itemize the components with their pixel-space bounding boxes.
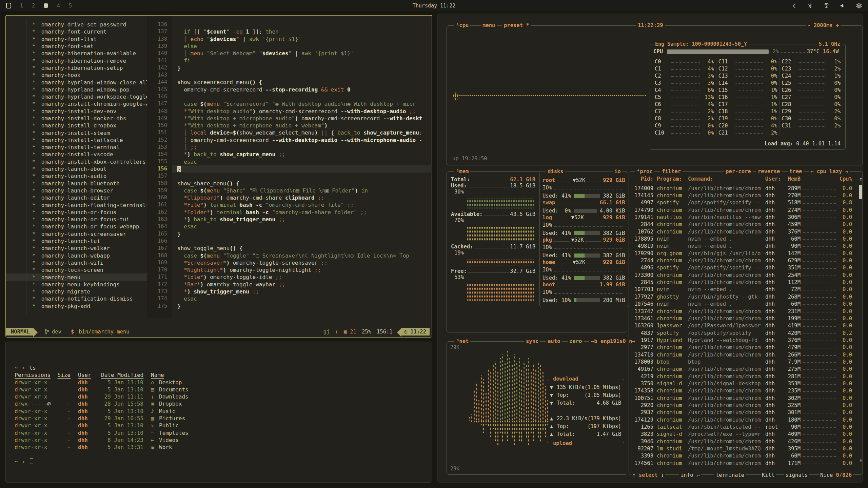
process-row[interactable]: 4896spotify/opt/spotify/spotify --dhh351…	[632, 264, 856, 271]
file-item[interactable]: *omarchy-install-docker-dbs	[6, 115, 147, 122]
col-command[interactable]: Command:	[688, 176, 765, 182]
process-row[interactable]: 179290org.gnom/usr/bin/gjs /usr/lib/odhh…	[632, 250, 856, 257]
filter-button[interactable]: filter	[660, 168, 683, 175]
code-line[interactable]: fi	[172, 57, 432, 64]
process-row[interactable]: 174790chromium/usr/lib/chromium/chromdhh…	[632, 206, 856, 214]
process-row[interactable]: 107703nvimnvim --embed .dhh72M0.0	[632, 286, 856, 293]
process-row[interactable]: 4837spotify/opt/spotify/spotifydhh420M0.…	[632, 329, 856, 337]
network-broadcast-icon[interactable]	[823, 3, 830, 8]
code-line[interactable]: *Clipboard*) omarchy-cmd-share clipboard…	[172, 194, 432, 201]
workspace-5[interactable]: 5	[69, 3, 72, 9]
code-line[interactable]: case $(menu "Toggle" "▢ Screensaver\n☾ N…	[172, 252, 432, 259]
file-item[interactable]: *omarchy-install-tailscale	[6, 137, 147, 144]
code-line[interactable]: *Bar*) omarchy-toggle-waybar ;;	[172, 281, 432, 288]
process-row[interactable]: 2932chromium/usr/lib/chromium/chromdhh30…	[632, 409, 856, 416]
process-row[interactable]: 179141nautilus/usr/bin/nautilus --newdhh…	[632, 214, 856, 221]
process-row[interactable]: 178003btopbtopdhh7.9M0.0	[632, 358, 856, 365]
file-item[interactable]: *omarchy-menu	[6, 273, 147, 281]
code-line[interactable]: else	[172, 43, 432, 50]
code-line[interactable]	[172, 238, 432, 245]
code-line[interactable]	[172, 72, 432, 79]
file-item[interactable]: *omarchy-launch-or-focus	[6, 209, 147, 216]
code-line[interactable]: │ omarchy-cmd-screenrecord --with-deskto…	[172, 137, 432, 144]
code-line[interactable]: *Idle*) omarchy-toggle-idle ;;	[172, 273, 432, 281]
file-item[interactable]: *omarchy-launch-wifi	[6, 259, 147, 266]
chevron-left-icon[interactable]	[792, 3, 797, 8]
file-item[interactable]: *omarchy-launch-about	[6, 165, 147, 172]
file-item[interactable]: *omarchy-hook	[6, 72, 147, 79]
process-row[interactable]: 3946chromium/usr/lib/chromium/chromdhh42…	[632, 438, 856, 445]
code-line[interactable]	[172, 21, 432, 28]
workspace-4[interactable]: 4	[57, 3, 60, 9]
process-row[interactable]: 2920chromium/usr/lib/chromium/chromdhh32…	[632, 402, 856, 409]
process-row[interactable]: 100751chromium/usr/lib/chromium/chromdhh…	[632, 394, 856, 402]
process-row[interactable]: 173461chromium/usr/lib/chromium/chromdhh…	[632, 315, 856, 322]
file-item[interactable]: *omarchy-install-steam	[6, 129, 147, 136]
nice-button[interactable]: Nice	[819, 472, 834, 478]
process-row[interactable]: 4219chromium/usr/lib/chromium/chromdhh28…	[632, 373, 856, 380]
process-row[interactable]: 92207lm-studi/tmp/.mount_lmstudw3AZQdhh3…	[632, 445, 856, 452]
code-line[interactable]: *Screensaver*) omarchy-toggle-screensave…	[172, 259, 432, 266]
process-row[interactable]: 4997spotify/opt/spotify/spotify --dhh518…	[632, 199, 856, 206]
code-line[interactable]: │ menu "Select Webcam" "$devices" | awk …	[172, 50, 432, 57]
auto-button[interactable]: auto	[546, 338, 562, 344]
process-row[interactable]: 173300chromium/usr/lib/chromium/chromdhh…	[632, 271, 856, 279]
file-item[interactable]: *omarchy-launch-tui	[6, 238, 147, 245]
process-row[interactable]: 173747chromium/usr/lib/chromium/chromdhh…	[632, 308, 856, 315]
process-row[interactable]: 107546nvimnvim --embed .dhh60M0.0	[632, 301, 856, 308]
file-item[interactable]: *omarchy-install-terminal	[6, 144, 147, 151]
file-item[interactable]: *omarchy-drive-set-password	[6, 21, 147, 28]
file-item[interactable]: *omarchy-font-list	[6, 36, 147, 43]
info-button[interactable]: info ↵	[679, 472, 701, 478]
disks-tab[interactable]: disks	[546, 168, 565, 175]
tree-button[interactable]: tree	[788, 168, 804, 175]
menu-button[interactable]: menu	[481, 22, 497, 28]
process-row[interactable]: 49819nvimnvim --embed .dhh90M0.0	[632, 243, 856, 250]
process-row[interactable]: 2845chromium/usr/lib/chromium/chromdhh11…	[632, 279, 856, 286]
col-user[interactable]: User:	[765, 176, 783, 182]
code-line[interactable]: if [[ "$count" -eq 1 ]]; then	[172, 28, 432, 35]
workspace-active[interactable]	[44, 3, 48, 8]
code-line[interactable]: esac	[172, 223, 432, 230]
file-item[interactable]: *omarchy-install-vscode	[6, 151, 147, 158]
process-row[interactable]: 49167chromium/usr/lib/chromium/chromdhh2…	[632, 366, 856, 373]
code-line[interactable]: *) back_to show_capture_menu ;;	[172, 151, 432, 158]
code-line[interactable]: *"With desktop + microphone audio + webc…	[172, 122, 432, 129]
file-item[interactable]: *omarchy-launch-bluetooth	[6, 180, 147, 187]
code-line[interactable]: }	[172, 230, 432, 238]
process-row[interactable]: 178895nvimnvim --embed .dhh60M0.0	[632, 235, 856, 242]
sort-direction-icon[interactable]: ↑	[859, 176, 863, 182]
code-line[interactable]: *Nightlight*) omarchy-toggle-nightlight …	[172, 266, 432, 273]
code-line[interactable]: *"With desktop audio") omarchy-cmd-scree…	[172, 108, 432, 115]
file-item[interactable]: *omarchy-font-set	[6, 43, 147, 50]
file-item[interactable]: *omarchy-notification-dismiss	[6, 295, 147, 302]
file-item[interactable]: *omarchy-hibernation-available	[6, 50, 147, 57]
file-item[interactable]: *omarchy-hyprland-window-close-all	[6, 79, 147, 86]
process-row[interactable]: 2844chromium/usr/lib/chromium/chromdhh45…	[632, 221, 856, 228]
process-row[interactable]: 177927ghostty/usr/bin/ghostty --gtk-dhh2…	[632, 293, 856, 300]
file-item[interactable]: *omarchy-launch-webapp	[6, 252, 147, 259]
kill-button[interactable]: Kill	[761, 472, 776, 478]
process-row[interactable]: 134710chromium/usr/lib/chromium/chromdhh…	[632, 351, 856, 358]
file-item[interactable]: *omarchy-install-dropbox	[6, 122, 147, 129]
process-row[interactable]: 1917HyprlandHyprland --watchdog-fddhh376…	[632, 337, 856, 344]
code-line[interactable]: *) back_to show_trigger_menu ;;	[172, 216, 432, 223]
cpu-tab[interactable]: ¹cpu	[454, 22, 470, 28]
file-item[interactable]: *omarchy-install-xbox-controllers	[6, 158, 147, 165]
code-line[interactable]: │ echo "$devices" | awk '{print $1}'	[172, 36, 432, 43]
process-row[interactable]: 3398chromium/usr/lib/chromium/chromdhh60…	[632, 452, 856, 460]
code-line[interactable]: }	[172, 165, 432, 172]
code-line[interactable]: show_toggle_menu() {	[172, 245, 432, 252]
terminate-button[interactable]: terminate	[714, 472, 746, 478]
code-line[interactable]: }	[172, 303, 432, 310]
code-line[interactable]: show_screenrecord_menu() {	[172, 79, 432, 86]
process-row[interactable]: 2977chromium/usr/lib/chromium/chromdhh47…	[632, 344, 856, 351]
file-item[interactable]: *omarchy-launch-floating-terminal-	[6, 201, 147, 208]
file-item[interactable]: *omarchy-font-current	[6, 28, 147, 35]
col-mem[interactable]: MemB	[783, 176, 801, 182]
file-item[interactable]: *omarchy-launch-editor	[6, 194, 147, 201]
per-core-button[interactable]: per-core	[724, 168, 753, 175]
terminal-window[interactable]: ~ › ls Permissions Size User Date Modifi…	[5, 342, 432, 483]
process-row[interactable]: 1632601passwor/opt/1Password/1passwordhh…	[632, 322, 856, 329]
file-item[interactable]: *omarchy-install-chromium-google-a	[6, 100, 147, 107]
